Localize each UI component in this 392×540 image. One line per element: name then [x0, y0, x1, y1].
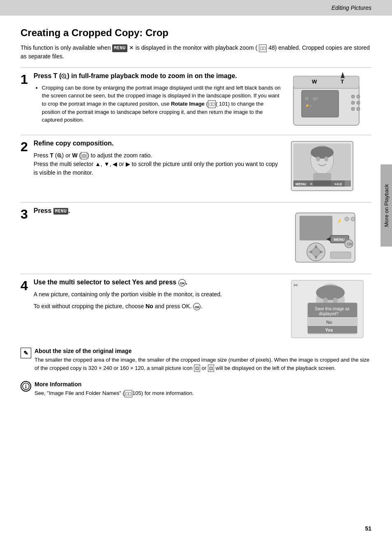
- page-number: 51: [365, 525, 371, 532]
- step-3-heading: Press MENU.: [34, 207, 70, 215]
- step-3-image: ⚡ MENU: [289, 207, 371, 270]
- note-more-info: More Information See, "Image File and Fo…: [21, 378, 371, 400]
- svg-text:Q?: Q?: [313, 97, 318, 101]
- main-content: Creating a Cropped Copy: Crop This funct…: [0, 16, 392, 412]
- svg-text:⚡: ⚡: [337, 218, 342, 224]
- svg-rect-51: [330, 252, 351, 258]
- note-more-info-content: More Information See, "Image File and Fo…: [35, 381, 371, 397]
- note-about-size-title: About the size of the original image: [35, 348, 371, 354]
- note-more-info-body: See, "Image File and Folder Names" (□□10…: [35, 389, 371, 397]
- book-icon-2: □□: [125, 390, 132, 398]
- info-icon: [21, 381, 31, 392]
- svg-point-14: [351, 101, 355, 104]
- svg-point-59: [323, 298, 328, 303]
- pic-icon-2: ⊡: [208, 365, 214, 372]
- svg-text:⚡○: ⚡○: [305, 103, 311, 108]
- svg-rect-66: [308, 318, 357, 325]
- svg-point-16: [357, 95, 360, 98]
- svg-point-27: [316, 157, 320, 162]
- step-2-row: 2 Refine copy composition. Press T () or…: [21, 139, 371, 198]
- svg-text:OK: OK: [347, 242, 353, 246]
- step-3-text: 3 Press MENU.: [21, 207, 281, 223]
- svg-point-39: [351, 217, 355, 221]
- svg-text:W: W: [312, 78, 317, 85]
- svg-point-13: [351, 95, 355, 98]
- step-4-text: 4 Use the multi selector to select Yes a…: [21, 278, 281, 313]
- svg-point-58: [316, 285, 345, 300]
- step-4-para2: To exit without cropping the picture, ch…: [34, 302, 222, 311]
- step-4-row: 4 Use the multi selector to select Yes a…: [21, 278, 371, 341]
- step-1-bullet-1: Cropping can be done by enlarging the po…: [42, 84, 281, 124]
- divider-1: [21, 67, 371, 68]
- step-2-text: 2 Refine copy composition. Press T () or…: [21, 139, 281, 180]
- svg-marker-8: [341, 72, 345, 78]
- svg-text:⊡: ⊡: [305, 96, 308, 101]
- menu-icon: MENU: [112, 44, 127, 52]
- svg-text:displayed?: displayed?: [319, 312, 339, 316]
- step-2-heading: Refine copy composition.: [34, 139, 281, 148]
- step-4-number: 4: [21, 279, 28, 292]
- svg-point-38: [345, 217, 349, 221]
- divider-3: [21, 202, 371, 203]
- page-container: Editing Pictures More on Playback Creati…: [0, 0, 392, 540]
- step-1-heading: Press T () in full-frame playback mode t…: [34, 72, 281, 81]
- svg-text:MENU: MENU: [334, 238, 345, 242]
- step-1-text: 1 Press T () in full-frame playback mode…: [21, 72, 281, 129]
- svg-rect-34: [345, 180, 351, 187]
- step-1-bullets: Cropping can be done by enlarging the po…: [34, 84, 281, 124]
- svg-rect-5: [293, 76, 359, 88]
- svg-text:T: T: [341, 78, 344, 85]
- note-more-info-title: More Information: [35, 381, 371, 388]
- page-title: Creating a Cropped Copy: Crop: [21, 27, 371, 39]
- divider-4: [21, 274, 371, 274]
- menu-kbd: MENU: [53, 208, 69, 215]
- svg-point-71: [25, 385, 26, 385]
- svg-point-28: [324, 157, 328, 162]
- step-2-monitor-svg: MENU ✕ ×4.0: [289, 139, 367, 197]
- svg-text:OK: OK: [195, 305, 200, 309]
- step-4-dialog-svg: ✂ Save this image as displayed? No Yes: [289, 278, 367, 340]
- svg-point-17: [357, 101, 360, 104]
- svg-point-44: [312, 248, 320, 256]
- page-section-title: Editing Pictures: [332, 5, 371, 11]
- svg-point-15: [351, 107, 355, 111]
- step-3-camera-svg: ⚡ MENU: [289, 207, 367, 268]
- step-2-image: MENU ✕ ×4.0: [289, 139, 371, 198]
- svg-rect-36: [300, 216, 332, 240]
- step-3-number: 3: [21, 208, 28, 221]
- svg-point-60: [333, 298, 338, 303]
- step-2-line1: Press T () or W (⊡) to adjust the zoom r…: [34, 151, 281, 160]
- step-2-line2: Press the multi selector ▲, ▼, ◀ or ▶ to…: [34, 160, 281, 177]
- step-1-number: 1: [21, 73, 28, 86]
- wide-icon: ⊡: [81, 152, 87, 160]
- step-3-row: 3 Press MENU. ⚡: [21, 207, 371, 270]
- svg-text:✂: ✂: [293, 282, 298, 288]
- divider-2: [21, 135, 371, 135]
- svg-point-26: [311, 146, 334, 159]
- step-4-image: ✂ Save this image as displayed? No Yes: [289, 278, 371, 341]
- step-2-number: 2: [21, 140, 28, 153]
- svg-rect-72: [25, 386, 26, 389]
- svg-text:✕: ✕: [310, 182, 313, 186]
- book-icon: □□: [259, 44, 267, 52]
- svg-text:No: No: [326, 320, 332, 325]
- svg-line-1: [65, 78, 67, 79]
- step-1-image: W T ⊡ Q? ⚡○: [289, 72, 371, 131]
- svg-text:Save this image as: Save this image as: [315, 307, 350, 311]
- pic-icon-1: ⊡: [194, 365, 200, 372]
- step-4-heading: Use the multi selector to select Yes and…: [34, 278, 222, 287]
- svg-text:MENU: MENU: [295, 182, 307, 186]
- intro-paragraph: This function is only available when MEN…: [21, 44, 371, 61]
- note-about-size: ✎ About the size of the original image T…: [21, 345, 371, 374]
- note-pencil-icon: ✎: [21, 348, 31, 358]
- top-header: Editing Pictures: [0, 0, 392, 16]
- svg-text:Yes: Yes: [325, 328, 333, 332]
- svg-point-18: [357, 107, 360, 111]
- svg-text:×4.0: ×4.0: [334, 182, 342, 186]
- note-about-size-content: About the size of the original image The…: [35, 348, 371, 372]
- step-1-row: 1 Press T () in full-frame playback mode…: [21, 72, 371, 131]
- book-ref: □□: [208, 100, 216, 108]
- svg-line-20: [60, 157, 62, 158]
- note-about-size-body: The smaller the cropped area of the imag…: [35, 356, 371, 372]
- svg-text:OK: OK: [180, 281, 184, 285]
